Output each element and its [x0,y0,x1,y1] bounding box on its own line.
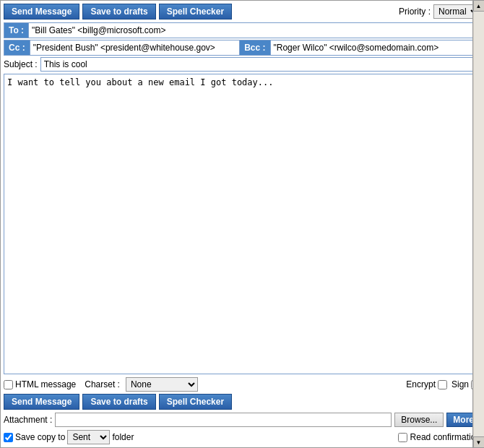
encrypt-label: Encrypt [406,379,436,389]
cc-input[interactable] [30,41,240,54]
save-copy-check: Save copy to Sent Drafts folder [4,430,134,444]
save-copy-checkbox[interactable] [4,433,13,442]
encrypt-checkbox[interactable] [438,380,447,389]
save-to-drafts-button[interactable]: Save to drafts [82,4,155,20]
read-confirm-label: Read confirmation [410,432,480,442]
charset-select[interactable]: None UTF-8 ISO-8859-1 [126,377,198,392]
bottom-options: HTML message Charset : None UTF-8 ISO-88… [4,377,480,392]
to-input[interactable] [29,24,480,37]
subject-row: Subject : [4,57,480,72]
bottom-toolbar: Send Message Save to drafts Spell Checke… [4,394,480,410]
read-confirmation: Read confirmation [398,432,480,442]
html-message-label: HTML message [15,379,76,389]
html-message-check: HTML message [4,379,76,389]
to-label: To : [4,23,29,38]
charset-label: Charset : [85,379,120,389]
encrypt-section: Encrypt Sign [406,379,480,389]
scroll-up-arrow[interactable]: ▲ [473,0,485,12]
to-row: To : [4,22,480,38]
folder-label: folder [112,432,134,442]
subject-label: Subject : [4,59,38,69]
attachment-row: Attachment : Browse... More [4,413,480,427]
folder-select[interactable]: Sent Drafts [67,430,110,444]
attachment-input[interactable] [55,413,392,427]
message-body[interactable] [4,74,480,374]
cc-row: Cc : Bcc : "Roger Wilco" <rwilco@somedom… [4,40,480,56]
top-toolbar: Send Message Save to drafts Spell Checke… [4,4,480,20]
spell-checker-button[interactable]: Spell Checker [159,4,232,20]
bcc-label: Bcc : [239,40,270,55]
bottom-save-button[interactable]: Save to drafts [82,394,155,410]
scroll-track [474,12,484,436]
bottom-spell-button[interactable]: Spell Checker [159,394,232,410]
priority-label: Priority : [399,7,431,17]
html-message-checkbox[interactable] [4,380,13,389]
save-copy-label: Save copy to [15,432,65,442]
outer-scrollbar[interactable]: ▲ ▼ [472,0,484,448]
attachment-label: Attachment : [4,415,52,425]
read-confirm-checkbox[interactable] [398,433,407,442]
bcc-value: "Roger Wilco" <rwilco@somedomain.com> [271,41,480,54]
browse-button[interactable]: Browse... [394,413,444,427]
send-message-button[interactable]: Send Message [4,4,79,20]
bottom-send-button[interactable]: Send Message [4,394,79,410]
encrypt-item: Encrypt [406,379,447,389]
sign-label: Sign [451,379,469,389]
scroll-down-arrow[interactable]: ▼ [473,436,485,448]
subject-input[interactable] [40,57,480,72]
save-row: Save copy to Sent Drafts folder Read con… [4,430,480,444]
cc-label: Cc : [4,40,30,55]
